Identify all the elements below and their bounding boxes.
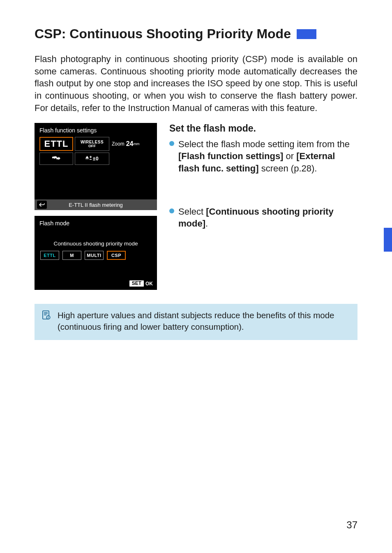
- ok-label: OK: [145, 281, 153, 287]
- shot2-title: Flash mode: [39, 220, 152, 227]
- zoom-unit: mm: [133, 142, 139, 146]
- exposure-comp-value: ±0: [93, 156, 99, 162]
- svg-rect-13: [48, 317, 48, 319]
- zoom-label: Zoom: [112, 141, 125, 147]
- bullet-icon: [169, 208, 174, 213]
- mode-m-button: M: [62, 251, 81, 260]
- flash-mode-screenshot: Flash mode Continuous shooting priority …: [35, 216, 157, 290]
- title-accent-bar: [297, 29, 316, 39]
- step-1-text: Select the flash mode setting item from …: [178, 138, 357, 174]
- zoom-value: 24: [126, 140, 134, 148]
- back-icon: [37, 201, 47, 209]
- mode-ettl-button: ETTL: [40, 251, 59, 260]
- shot1-footer-bar: E-TTL II flash metering: [35, 199, 157, 210]
- step2-post: .: [205, 218, 208, 229]
- set-label: SET: [129, 280, 144, 287]
- exposure-comp-cell: ±0: [75, 153, 109, 165]
- page-number: 37: [346, 519, 357, 531]
- step2-pre: Select: [178, 206, 206, 217]
- svg-rect-6: [90, 159, 92, 160]
- bullet-icon: [169, 141, 174, 146]
- section-edge-tab: [384, 228, 392, 252]
- mode-csp-button: CSP: [107, 251, 126, 260]
- shot1-footer-text: E-TTL II flash metering: [69, 202, 123, 208]
- intro-paragraph: Flash photography in continuous shooting…: [35, 53, 357, 114]
- wireless-value: OFF: [81, 144, 104, 148]
- flash-direction-cell: [39, 153, 73, 165]
- mode-multi-button: MULTI: [85, 251, 104, 260]
- flash-direction-icon: [52, 155, 61, 162]
- ettl-label: ETTL: [44, 139, 69, 149]
- svg-rect-12: [48, 317, 48, 317]
- zoom-cell: Zoom 24mm: [111, 137, 152, 151]
- note-box: High aperture values and distant subject…: [35, 304, 357, 340]
- step1-pre: Select the flash mode setting item from …: [178, 139, 350, 149]
- wireless-cell: WIRELESS OFF: [75, 137, 109, 151]
- shot1-title: Flash function settings: [39, 127, 152, 134]
- svg-rect-3: [85, 159, 89, 159]
- step-2-text: Select [Continuous shooting priority mod…: [178, 206, 357, 229]
- step1-post: screen (p.28).: [259, 163, 317, 174]
- flash-function-settings-screenshot: Flash function settings ETTL WIRELESS OF…: [35, 123, 157, 210]
- set-ok-indicator: SET OK: [129, 280, 153, 287]
- svg-marker-2: [85, 156, 89, 158]
- page-title: CSP: Continuous Shooting Priority Mode: [35, 26, 291, 42]
- svg-rect-5: [90, 156, 91, 158]
- note-icon: [42, 310, 51, 319]
- step1-mid: or: [283, 151, 296, 161]
- flash-exposure-comp-icon: [85, 156, 92, 162]
- shot2-subtitle: Continuous shooting priority mode: [39, 241, 152, 247]
- step1-bold1: [Flash function settings]: [178, 151, 283, 161]
- flash-mode-ettl-cell: ETTL: [39, 137, 73, 151]
- step-title: Set the flash mode.: [169, 123, 357, 134]
- note-text: High aperture values and distant subject…: [58, 310, 350, 332]
